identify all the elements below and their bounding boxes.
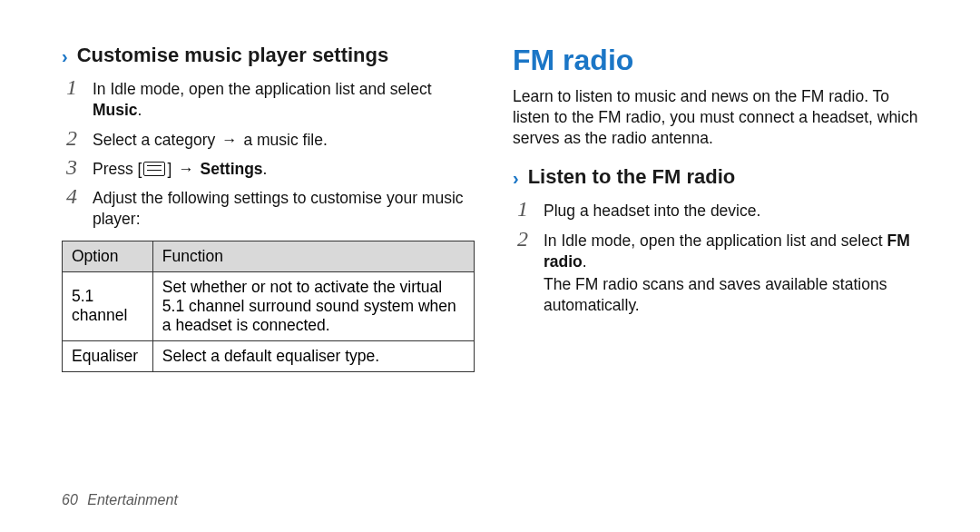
step-number: 1: [513, 198, 533, 220]
table-row: 5.1 channel Set whether or not to activa…: [63, 271, 475, 340]
step-number: 2: [513, 228, 533, 250]
table-row: Equaliser Select a default equaliser typ…: [63, 340, 475, 371]
right-step-1: 1 Plug a headset into the device.: [513, 198, 926, 222]
page: › Customise music player settings 1 In I…: [0, 0, 980, 532]
right-column: FM radio Learn to listen to music and ne…: [513, 44, 926, 488]
step-text-mid: ]: [167, 160, 176, 178]
right-steps: 1 Plug a headset into the device. 2 In I…: [513, 196, 926, 320]
table-cell-function: Select a default equaliser type.: [152, 340, 474, 371]
left-step-4: 4 Adjust the following settings to custo…: [62, 185, 475, 230]
table-cell-function: Set whether or not to activate the virtu…: [152, 271, 474, 340]
arrow-icon: →: [178, 160, 194, 178]
step-text: Select a category: [93, 131, 220, 149]
step-text: Press [: [93, 160, 142, 178]
right-subheading-text: Listen to the FM radio: [528, 165, 736, 189]
table-cell-option: 5.1 channel: [63, 271, 153, 340]
step-text-post: .: [138, 101, 142, 119]
step-number: 1: [62, 76, 82, 98]
options-table: Option Function 5.1 channel Set whether …: [62, 241, 475, 372]
step-body: Plug a headset into the device.: [544, 198, 926, 222]
step-body: Adjust the following settings to customi…: [93, 185, 475, 230]
table-cell-option: Equaliser: [63, 340, 153, 371]
step-body: In Idle mode, open the application list …: [544, 228, 926, 316]
left-subheading-text: Customise music player settings: [77, 44, 389, 67]
page-number: 60: [62, 492, 78, 507]
step-text: Plug a headset into the device.: [544, 202, 760, 220]
step-number: 3: [62, 156, 82, 178]
step-body: Select a category → a music file.: [93, 127, 475, 151]
step-bold: Music: [93, 101, 138, 119]
table-header-option: Option: [63, 241, 153, 271]
step-body: In Idle mode, open the application list …: [93, 76, 475, 121]
left-step-2: 2 Select a category → a music file.: [62, 127, 475, 151]
step-note: The FM radio scans and saves available s…: [544, 274, 926, 316]
table-header-function: Function: [152, 241, 474, 271]
page-footer: 60 Entertainment: [62, 492, 178, 508]
step-number: 4: [62, 185, 82, 207]
right-subheading: › Listen to the FM radio: [513, 165, 926, 189]
step-text-post: .: [583, 252, 587, 271]
chevron-icon: ›: [513, 169, 519, 187]
step-number: 2: [62, 127, 82, 149]
left-subheading: › Customise music player settings: [62, 44, 475, 67]
right-intro-text: Learn to listen to music and news on the…: [513, 86, 926, 149]
left-step-3: 3 Press [] → Settings.: [62, 156, 475, 180]
step-text: In Idle mode, open the application list …: [544, 232, 887, 250]
menu-key-icon: [143, 162, 165, 176]
step-bold: Settings: [196, 160, 263, 178]
section-name: Entertainment: [87, 492, 178, 507]
left-step-1: 1 In Idle mode, open the application lis…: [62, 76, 475, 121]
step-text-post: a music file.: [240, 131, 328, 149]
left-steps: 1 In Idle mode, open the application lis…: [62, 74, 475, 235]
step-text: Adjust the following settings to customi…: [93, 189, 464, 228]
table-header-row: Option Function: [63, 241, 475, 271]
step-text-post: .: [263, 160, 268, 178]
step-text: In Idle mode, open the application list …: [93, 80, 432, 98]
left-column: › Customise music player settings 1 In I…: [62, 44, 475, 488]
arrow-icon: →: [221, 131, 238, 149]
chevron-icon: ›: [62, 47, 68, 65]
step-body: Press [] → Settings.: [93, 156, 475, 180]
right-section-heading: FM radio: [513, 44, 926, 77]
right-step-2: 2 In Idle mode, open the application lis…: [513, 228, 926, 316]
